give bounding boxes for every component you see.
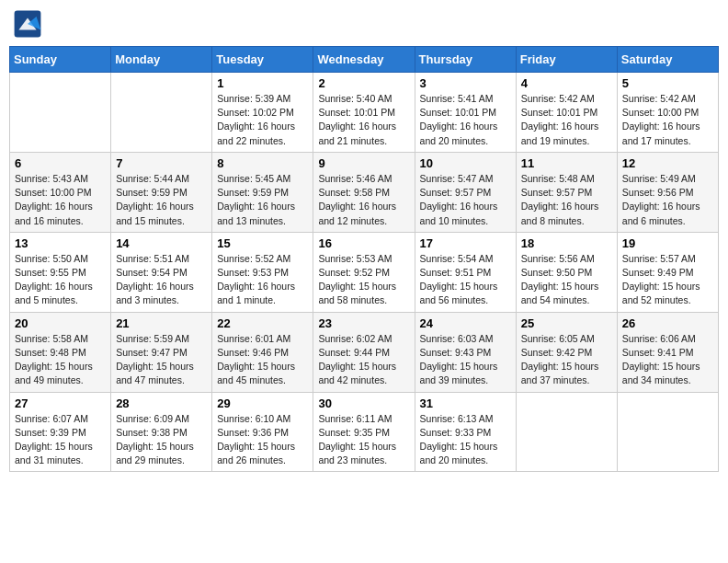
day-info: Sunrise: 6:13 AM Sunset: 9:33 PM Dayligh… [420,412,511,468]
weekday-header-sunday: Sunday [10,47,111,73]
day-number: 15 [217,236,308,250]
weekday-header-monday: Monday [111,47,212,73]
day-cell: 3Sunrise: 5:41 AM Sunset: 10:01 PM Dayli… [415,73,516,153]
day-cell: 15Sunrise: 5:52 AM Sunset: 9:53 PM Dayli… [212,232,313,312]
day-info: Sunrise: 5:42 AM Sunset: 10:01 PM Daylig… [521,92,612,148]
day-cell: 4Sunrise: 5:42 AM Sunset: 10:01 PM Dayli… [516,73,617,153]
day-cell [617,392,718,472]
day-cell: 9Sunrise: 5:46 AM Sunset: 9:58 PM Daylig… [313,152,415,232]
day-number: 16 [318,236,409,250]
day-info: Sunrise: 5:51 AM Sunset: 9:54 PM Dayligh… [116,252,207,308]
day-cell: 21Sunrise: 5:59 AM Sunset: 9:47 PM Dayli… [111,312,212,392]
day-number: 31 [420,396,511,410]
day-cell: 23Sunrise: 6:02 AM Sunset: 9:44 PM Dayli… [313,312,415,392]
weekday-header-row: SundayMondayTuesdayWednesdayThursdayFrid… [10,47,719,73]
day-info: Sunrise: 5:57 AM Sunset: 9:49 PM Dayligh… [622,252,713,308]
day-number: 5 [622,76,713,90]
day-cell: 13Sunrise: 5:50 AM Sunset: 9:55 PM Dayli… [10,232,111,312]
day-info: Sunrise: 5:56 AM Sunset: 9:50 PM Dayligh… [521,252,612,308]
day-info: Sunrise: 5:52 AM Sunset: 9:53 PM Dayligh… [217,252,308,308]
day-number: 11 [521,156,612,170]
day-info: Sunrise: 6:05 AM Sunset: 9:42 PM Dayligh… [521,332,612,388]
day-cell: 10Sunrise: 5:47 AM Sunset: 9:57 PM Dayli… [415,152,516,232]
logo [13,9,44,39]
day-info: Sunrise: 5:41 AM Sunset: 10:01 PM Daylig… [420,92,511,148]
day-info: Sunrise: 5:45 AM Sunset: 9:59 PM Dayligh… [217,172,308,228]
day-cell: 5Sunrise: 5:42 AM Sunset: 10:00 PM Dayli… [617,73,718,153]
day-cell: 22Sunrise: 6:01 AM Sunset: 9:46 PM Dayli… [212,312,313,392]
day-cell: 25Sunrise: 6:05 AM Sunset: 9:42 PM Dayli… [516,312,617,392]
day-cell: 29Sunrise: 6:10 AM Sunset: 9:36 PM Dayli… [212,392,313,472]
day-number: 12 [622,156,713,170]
day-number: 8 [217,156,308,170]
day-info: Sunrise: 6:03 AM Sunset: 9:43 PM Dayligh… [420,332,511,388]
day-number: 25 [521,316,612,330]
day-cell: 11Sunrise: 5:48 AM Sunset: 9:57 PM Dayli… [516,152,617,232]
day-info: Sunrise: 5:58 AM Sunset: 9:48 PM Dayligh… [15,332,106,388]
day-number: 2 [318,76,409,90]
day-cell: 16Sunrise: 5:53 AM Sunset: 9:52 PM Dayli… [313,232,415,312]
day-cell [516,392,617,472]
day-cell: 19Sunrise: 5:57 AM Sunset: 9:49 PM Dayli… [617,232,718,312]
day-number: 3 [420,76,511,90]
weekday-header-thursday: Thursday [415,47,516,73]
day-info: Sunrise: 5:39 AM Sunset: 10:02 PM Daylig… [217,92,308,148]
day-info: Sunrise: 6:11 AM Sunset: 9:35 PM Dayligh… [318,412,409,468]
day-number: 30 [318,396,409,410]
week-row-2: 6Sunrise: 5:43 AM Sunset: 10:00 PM Dayli… [10,152,719,232]
day-cell: 31Sunrise: 6:13 AM Sunset: 9:33 PM Dayli… [415,392,516,472]
weekday-header-saturday: Saturday [617,47,718,73]
week-row-1: 1Sunrise: 5:39 AM Sunset: 10:02 PM Dayli… [10,73,719,153]
day-info: Sunrise: 5:46 AM Sunset: 9:58 PM Dayligh… [318,172,409,228]
calendar-table: SundayMondayTuesdayWednesdayThursdayFrid… [9,46,719,472]
day-info: Sunrise: 6:10 AM Sunset: 9:36 PM Dayligh… [217,412,308,468]
day-cell: 30Sunrise: 6:11 AM Sunset: 9:35 PM Dayli… [313,392,415,472]
weekday-header-wednesday: Wednesday [313,47,415,73]
day-info: Sunrise: 6:06 AM Sunset: 9:41 PM Dayligh… [622,332,713,388]
day-cell: 20Sunrise: 5:58 AM Sunset: 9:48 PM Dayli… [10,312,111,392]
day-number: 18 [521,236,612,250]
day-cell: 6Sunrise: 5:43 AM Sunset: 10:00 PM Dayli… [10,152,111,232]
day-cell: 27Sunrise: 6:07 AM Sunset: 9:39 PM Dayli… [10,392,111,472]
day-cell: 2Sunrise: 5:40 AM Sunset: 10:01 PM Dayli… [313,73,415,153]
day-cell: 8Sunrise: 5:45 AM Sunset: 9:59 PM Daylig… [212,152,313,232]
day-number: 24 [420,316,511,330]
day-info: Sunrise: 5:44 AM Sunset: 9:59 PM Dayligh… [116,172,207,228]
day-info: Sunrise: 5:42 AM Sunset: 10:00 PM Daylig… [622,92,713,148]
day-info: Sunrise: 5:50 AM Sunset: 9:55 PM Dayligh… [15,252,106,308]
day-number: 4 [521,76,612,90]
day-number: 6 [15,156,106,170]
day-number: 14 [116,236,207,250]
day-cell: 18Sunrise: 5:56 AM Sunset: 9:50 PM Dayli… [516,232,617,312]
day-number: 20 [15,316,106,330]
day-number: 21 [116,316,207,330]
day-number: 22 [217,316,308,330]
day-number: 10 [420,156,511,170]
logo-icon [13,9,42,39]
page-header [9,9,719,39]
week-row-4: 20Sunrise: 5:58 AM Sunset: 9:48 PM Dayli… [10,312,719,392]
day-cell [111,73,212,153]
day-info: Sunrise: 5:47 AM Sunset: 9:57 PM Dayligh… [420,172,511,228]
day-number: 1 [217,76,308,90]
day-number: 23 [318,316,409,330]
day-number: 29 [217,396,308,410]
day-cell: 28Sunrise: 6:09 AM Sunset: 9:38 PM Dayli… [111,392,212,472]
day-info: Sunrise: 5:43 AM Sunset: 10:00 PM Daylig… [15,172,106,228]
weekday-header-friday: Friday [516,47,617,73]
day-info: Sunrise: 5:40 AM Sunset: 10:01 PM Daylig… [318,92,409,148]
day-info: Sunrise: 5:59 AM Sunset: 9:47 PM Dayligh… [116,332,207,388]
day-cell [10,73,111,153]
day-info: Sunrise: 6:02 AM Sunset: 9:44 PM Dayligh… [318,332,409,388]
day-number: 19 [622,236,713,250]
day-info: Sunrise: 5:49 AM Sunset: 9:56 PM Dayligh… [622,172,713,228]
day-number: 13 [15,236,106,250]
day-number: 9 [318,156,409,170]
day-number: 27 [15,396,106,410]
day-cell: 17Sunrise: 5:54 AM Sunset: 9:51 PM Dayli… [415,232,516,312]
day-info: Sunrise: 6:09 AM Sunset: 9:38 PM Dayligh… [116,412,207,468]
day-cell: 26Sunrise: 6:06 AM Sunset: 9:41 PM Dayli… [617,312,718,392]
day-cell: 24Sunrise: 6:03 AM Sunset: 9:43 PM Dayli… [415,312,516,392]
day-info: Sunrise: 6:07 AM Sunset: 9:39 PM Dayligh… [15,412,106,468]
day-cell: 7Sunrise: 5:44 AM Sunset: 9:59 PM Daylig… [111,152,212,232]
